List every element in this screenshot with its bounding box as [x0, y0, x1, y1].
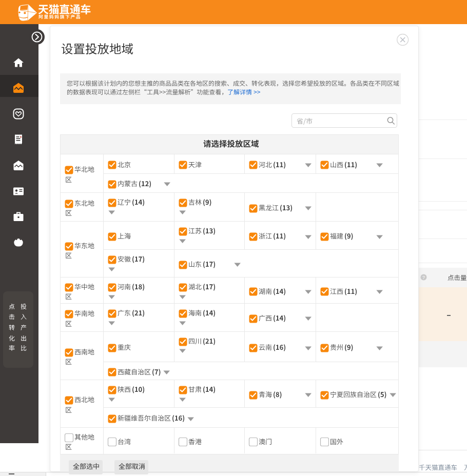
svg-text:?: ? — [422, 275, 425, 280]
